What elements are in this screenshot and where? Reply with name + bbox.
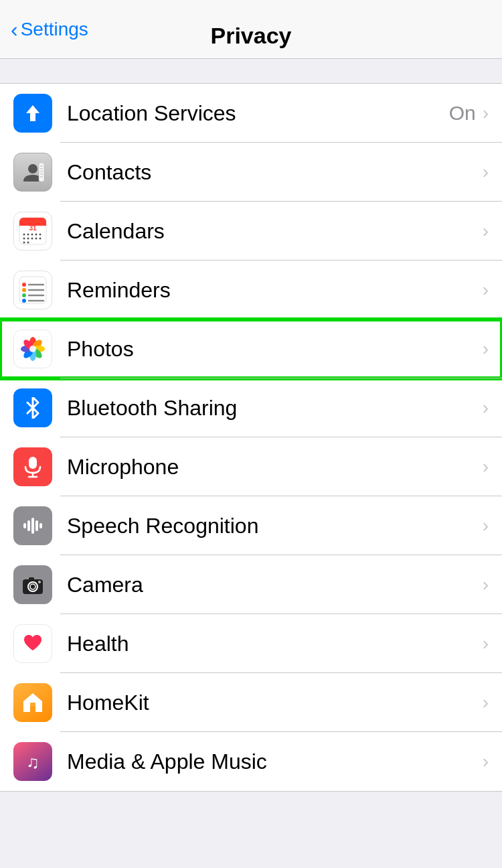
row-photos[interactable]: Photos ›: [0, 319, 502, 378]
svg-point-21: [23, 242, 25, 244]
svg-point-13: [31, 234, 33, 236]
icon-microphone: [13, 447, 52, 486]
label-bluetooth-sharing: Bluetooth Sharing: [67, 396, 483, 421]
svg-text:♫: ♫: [26, 752, 39, 772]
icon-camera: [13, 565, 52, 604]
label-camera: Camera: [67, 573, 483, 597]
chevron-homekit: ›: [483, 692, 489, 713]
settings-list: Location Services On › Contacts ›: [0, 83, 502, 792]
chevron-calendars: ›: [483, 220, 489, 242]
chevron-speech-recognition: ›: [483, 515, 489, 536]
label-homekit: HomeKit: [67, 691, 483, 715]
row-media-apple-music[interactable]: ♫ Media & Apple Music ›: [0, 732, 502, 791]
svg-point-0: [28, 164, 37, 173]
icon-bluetooth-sharing: [13, 388, 52, 427]
label-media-apple-music: Media & Apple Music: [67, 749, 483, 774]
svg-text:31: 31: [29, 224, 37, 232]
chevron-media-apple-music: ›: [483, 751, 489, 772]
chevron-reminders: ›: [483, 279, 489, 301]
chevron-location-services: ›: [483, 102, 489, 124]
svg-point-19: [35, 238, 37, 240]
label-speech-recognition: Speech Recognition: [67, 514, 483, 538]
back-chevron-icon: ‹: [11, 19, 18, 40]
chevron-bluetooth-sharing: ›: [483, 397, 489, 419]
label-contacts: Contacts: [67, 160, 483, 185]
label-photos: Photos: [67, 337, 483, 362]
svg-rect-47: [35, 520, 38, 531]
row-location-services[interactable]: Location Services On ›: [0, 84, 502, 143]
label-calendars: Calendars: [67, 219, 483, 244]
svg-point-16: [23, 238, 25, 240]
label-health: Health: [67, 632, 483, 656]
row-microphone[interactable]: Microphone ›: [0, 437, 502, 496]
svg-rect-1: [39, 163, 44, 182]
svg-point-15: [39, 234, 41, 236]
svg-point-22: [27, 242, 29, 244]
chevron-microphone: ›: [483, 456, 489, 478]
svg-point-30: [22, 299, 26, 303]
svg-rect-52: [29, 577, 34, 581]
svg-point-53: [38, 581, 41, 583]
svg-point-20: [39, 238, 41, 240]
svg-point-12: [27, 234, 29, 236]
svg-point-40: [29, 346, 36, 352]
chevron-camera: ›: [483, 574, 489, 595]
row-speech-recognition[interactable]: Speech Recognition ›: [0, 496, 502, 555]
back-button[interactable]: ‹ Settings: [11, 19, 88, 40]
row-camera[interactable]: Camera ›: [0, 555, 502, 614]
svg-point-14: [35, 234, 37, 236]
icon-photos: [13, 330, 52, 368]
icon-location-services: [13, 94, 52, 133]
svg-rect-44: [23, 523, 26, 528]
back-label: Settings: [21, 19, 88, 40]
label-microphone: Microphone: [67, 455, 483, 480]
svg-point-11: [23, 234, 25, 236]
svg-point-18: [31, 238, 33, 240]
row-contacts[interactable]: Contacts ›: [0, 143, 502, 202]
row-bluetooth-sharing[interactable]: Bluetooth Sharing ›: [0, 378, 502, 437]
svg-point-17: [27, 238, 29, 240]
icon-media-apple-music: ♫: [13, 742, 52, 781]
chevron-photos: ›: [483, 338, 489, 360]
svg-rect-48: [39, 523, 42, 528]
status-location-services: On: [449, 102, 476, 125]
navigation-bar: ‹ Settings Privacy: [0, 0, 502, 59]
page-title: Privacy: [211, 23, 292, 49]
label-reminders: Reminders: [67, 278, 483, 303]
icon-homekit: [13, 683, 52, 722]
svg-rect-41: [29, 457, 37, 469]
svg-rect-54: [30, 703, 35, 708]
icon-calendars: 31: [13, 212, 52, 250]
section-spacer: [0, 59, 502, 83]
svg-rect-45: [27, 520, 30, 531]
icon-speech-recognition: [13, 506, 52, 545]
row-homekit[interactable]: HomeKit ›: [0, 673, 502, 732]
chevron-contacts: ›: [483, 161, 489, 183]
svg-point-24: [22, 283, 26, 287]
svg-point-28: [22, 293, 26, 297]
icon-health: [13, 624, 52, 663]
row-calendars[interactable]: 31 Calendars ›: [0, 202, 502, 261]
label-location-services: Location Services: [67, 101, 449, 126]
chevron-health: ›: [483, 633, 489, 654]
icon-contacts: [13, 153, 52, 192]
svg-rect-46: [31, 518, 34, 534]
row-reminders[interactable]: Reminders ›: [0, 261, 502, 319]
svg-point-26: [22, 288, 26, 292]
icon-reminders: [13, 271, 52, 309]
row-health[interactable]: Health ›: [0, 614, 502, 673]
